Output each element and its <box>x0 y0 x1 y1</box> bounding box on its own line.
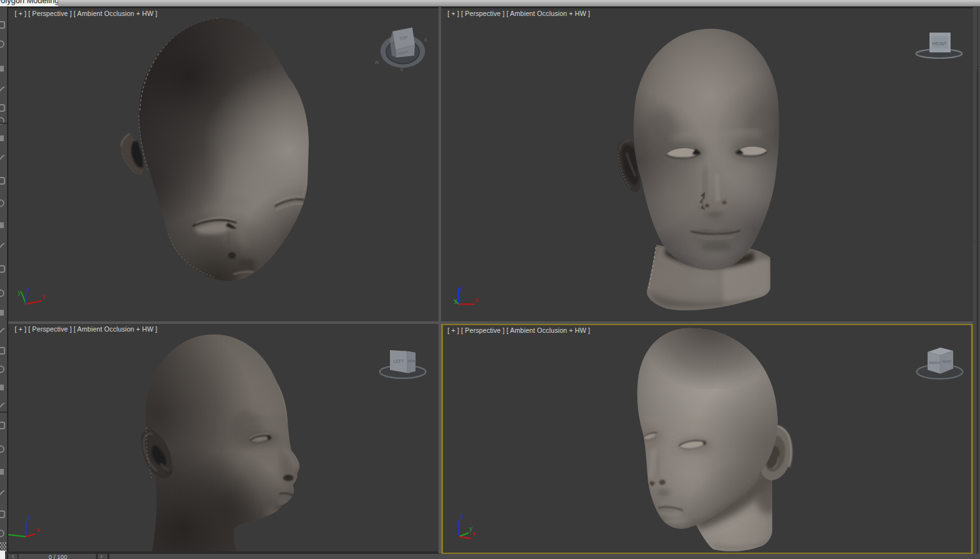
svg-text:FRONT: FRONT <box>929 361 940 365</box>
svg-text:z: z <box>460 513 463 520</box>
svg-text:z: z <box>27 286 30 293</box>
svg-text:x: x <box>42 293 45 300</box>
svg-text:S: S <box>400 67 403 72</box>
svg-text:RIGHT: RIGHT <box>942 360 951 364</box>
svg-text:y: y <box>18 289 21 296</box>
svg-text:FRONT: FRONT <box>408 360 417 363</box>
svg-text:E: E <box>424 38 428 42</box>
svg-text:z: z <box>27 514 31 521</box>
svg-text:0 / 100: 0 / 100 <box>49 554 67 559</box>
svg-text:LEFT: LEFT <box>393 359 405 364</box>
svg-text:‹: ‹ <box>12 554 14 559</box>
svg-text:›: › <box>100 554 102 559</box>
svg-text:y: y <box>454 297 457 304</box>
svg-text:FRONT: FRONT <box>932 42 946 46</box>
svg-text:z: z <box>460 285 463 292</box>
svg-text:x: x <box>36 526 40 533</box>
svg-text:x: x <box>475 296 478 303</box>
svg-text:x: x <box>472 530 476 537</box>
svg-text:W: W <box>375 60 379 65</box>
